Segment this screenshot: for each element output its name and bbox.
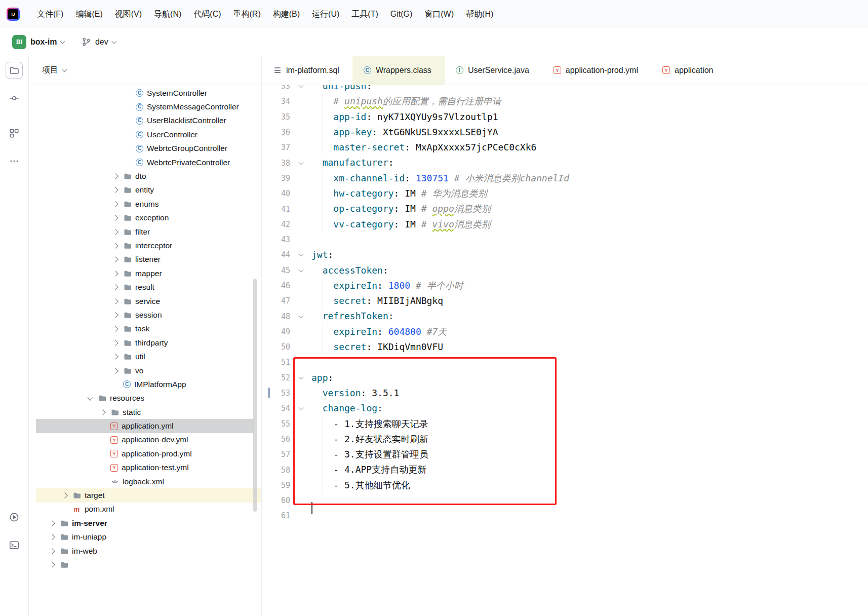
code-line[interactable]: jwt: bbox=[311, 247, 868, 262]
tree-row[interactable]: CWebrtcPrivateController bbox=[29, 156, 261, 169]
code-line[interactable]: hw-category: IM # 华为消息类别 bbox=[311, 186, 868, 201]
tree-row[interactable]: entity bbox=[29, 183, 261, 197]
tree-row[interactable]: Yapplication-dev.yml bbox=[29, 433, 261, 447]
branch-widget[interactable]: dev bbox=[77, 35, 120, 49]
tree-row[interactable]: enums bbox=[29, 197, 261, 211]
line-number[interactable]: 34 bbox=[262, 97, 290, 106]
chevron-slot[interactable] bbox=[47, 549, 60, 553]
commit-button[interactable] bbox=[6, 90, 23, 107]
code-line[interactable]: refreshToken: bbox=[311, 309, 868, 324]
chevron-slot[interactable] bbox=[110, 285, 123, 289]
code-line[interactable]: secret: IKDiqVmn0VFU bbox=[311, 339, 868, 355]
menu-item[interactable]: 编辑(E) bbox=[69, 6, 108, 23]
editor-tab[interactable]: Yapplication-prod.yml bbox=[542, 56, 651, 85]
line-number[interactable]: 56 bbox=[262, 435, 290, 444]
line-number[interactable]: 40 bbox=[262, 189, 290, 198]
code-line[interactable]: - 2.好友状态实时刷新 bbox=[311, 432, 868, 447]
tree-row[interactable]: Yapplication-test.yml bbox=[29, 461, 261, 475]
code-line[interactable]: master-secret: MxApXxxxx57jcPCeC0cXk6 bbox=[311, 140, 868, 155]
tree-row[interactable]: CSystemController bbox=[29, 86, 261, 100]
menu-item[interactable]: 运行(U) bbox=[306, 6, 345, 23]
chevron-slot[interactable] bbox=[47, 521, 60, 525]
menu-item[interactable]: 窗口(W) bbox=[418, 6, 460, 23]
tree-row[interactable]: CUserController bbox=[29, 128, 261, 141]
code-line[interactable]: - 5.其他细节优化 bbox=[311, 478, 868, 493]
tree-row[interactable]: result bbox=[29, 280, 261, 294]
code-line[interactable]: expireIn: 1800 # 半个小时 bbox=[311, 278, 868, 293]
chevron-slot[interactable] bbox=[110, 369, 123, 373]
line-number[interactable]: 43 bbox=[262, 235, 290, 244]
more-button[interactable] bbox=[6, 152, 23, 170]
tree-row[interactable]: CWebrtcGroupController bbox=[29, 142, 261, 156]
tree-row[interactable]: interceptor bbox=[29, 239, 261, 252]
structure-button[interactable] bbox=[6, 125, 23, 142]
code-line[interactable]: app: bbox=[311, 370, 868, 386]
tree-row[interactable]: static bbox=[29, 405, 261, 419]
tree-row[interactable]: target bbox=[29, 488, 261, 502]
code-line[interactable]: - 4.APP支持自动更新 bbox=[311, 462, 868, 477]
line-number[interactable]: 45 bbox=[262, 266, 290, 275]
code-line[interactable]: version: 3.5.1 bbox=[311, 386, 868, 401]
tree-row[interactable]: Yapplication.yml bbox=[29, 419, 261, 433]
line-number[interactable]: 53 bbox=[262, 389, 290, 398]
line-number[interactable]: 37 bbox=[262, 143, 290, 152]
line-number[interactable]: 48 bbox=[262, 312, 290, 321]
code-line[interactable]: - 3.支持设置群管理员 bbox=[311, 447, 868, 462]
editor-body[interactable]: 33 uni-push:34 # unipush的应用配置，需自行注册申请35 … bbox=[262, 85, 868, 616]
line-number[interactable]: 54 bbox=[262, 404, 290, 413]
tree-scrollbar[interactable] bbox=[253, 279, 257, 512]
menu-item[interactable]: 帮助(H) bbox=[460, 6, 499, 23]
chevron-slot[interactable] bbox=[110, 272, 123, 276]
tree-row[interactable] bbox=[29, 558, 261, 571]
code-line[interactable]: manufacturer: bbox=[311, 155, 868, 170]
fold-chevron-icon[interactable] bbox=[298, 160, 303, 165]
chevron-slot[interactable] bbox=[110, 230, 123, 234]
chevron-slot[interactable] bbox=[110, 216, 123, 220]
code-line[interactable]: - 1.支持搜索聊天记录 bbox=[311, 416, 868, 432]
line-number[interactable]: 50 bbox=[262, 342, 290, 352]
menu-item[interactable]: 工具(T) bbox=[345, 6, 384, 23]
terminal-button[interactable] bbox=[6, 536, 23, 554]
chevron-slot[interactable] bbox=[98, 410, 110, 414]
tree-row[interactable]: exception bbox=[29, 211, 261, 225]
code-line[interactable]: app-id: nyK71XQYUy9s7Vlzoutlp1 bbox=[311, 109, 868, 125]
menu-item[interactable]: 视图(V) bbox=[109, 6, 148, 23]
run-button[interactable] bbox=[6, 509, 23, 526]
tree-row[interactable]: Yapplication-prod.yml bbox=[29, 447, 261, 460]
tree-row[interactable]: vo bbox=[29, 364, 261, 377]
line-number[interactable]: 35 bbox=[262, 112, 290, 122]
tree-row[interactable]: mpom.xml bbox=[29, 503, 261, 516]
chevron-slot[interactable] bbox=[47, 563, 60, 567]
fold-chevron-icon[interactable] bbox=[298, 252, 303, 257]
fold-chevron-icon[interactable] bbox=[298, 313, 303, 318]
tree-row[interactable]: listener bbox=[29, 253, 261, 266]
chevron-slot[interactable] bbox=[110, 313, 123, 317]
chevron-slot[interactable] bbox=[110, 257, 123, 261]
tree-row[interactable]: im-uniapp bbox=[29, 530, 261, 544]
tree-row[interactable]: task bbox=[29, 322, 261, 336]
line-number[interactable]: 36 bbox=[262, 128, 290, 137]
fold-chevron-icon[interactable] bbox=[298, 85, 303, 88]
tree-row[interactable]: filter bbox=[29, 225, 261, 239]
line-number[interactable]: 51 bbox=[262, 358, 290, 367]
menu-item[interactable]: 构建(B) bbox=[267, 6, 306, 23]
code-line[interactable]: op-category: IM # oppo消息类别 bbox=[311, 201, 868, 216]
chevron-slot[interactable] bbox=[110, 355, 123, 359]
menu-item[interactable]: 代码(C) bbox=[187, 6, 227, 23]
line-number[interactable]: 58 bbox=[262, 466, 290, 475]
line-number[interactable]: 49 bbox=[262, 327, 290, 336]
chevron-slot[interactable] bbox=[110, 174, 123, 178]
editor-tab[interactable]: IUserService.java bbox=[445, 56, 542, 85]
tree-row[interactable]: CIMPlatformApp bbox=[29, 377, 261, 391]
line-number[interactable]: 60 bbox=[262, 496, 290, 505]
chevron-slot[interactable] bbox=[110, 244, 123, 248]
editor-tab[interactable]: Yapplication bbox=[651, 56, 727, 85]
line-number[interactable]: 39 bbox=[262, 174, 290, 183]
line-number[interactable]: 55 bbox=[262, 419, 290, 429]
tree-row[interactable]: im-server bbox=[29, 516, 261, 530]
menu-item[interactable]: 文件(F) bbox=[31, 6, 69, 23]
menu-item[interactable]: 导航(N) bbox=[148, 6, 187, 23]
tree-row[interactable]: util bbox=[29, 350, 261, 363]
chevron-slot[interactable] bbox=[110, 188, 123, 192]
tree-row[interactable]: CUserBlacklistController bbox=[29, 114, 261, 128]
